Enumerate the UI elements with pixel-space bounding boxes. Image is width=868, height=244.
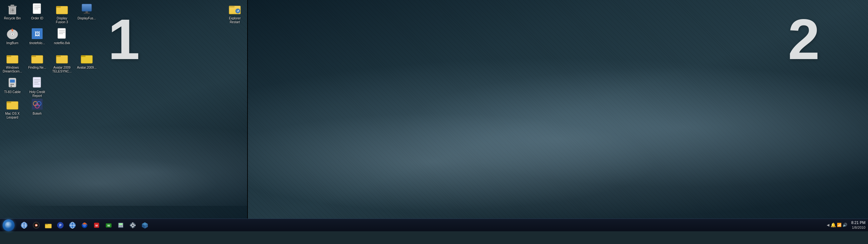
start-orb [3,219,14,231]
taskbar-icon-folder[interactable] [42,220,54,231]
system-tray: ◀ 🔔 📶 🔊 8:21 PM 1/8/2010 [824,220,868,230]
icon-avatar-2009[interactable]: Avatar.2009... [74,49,99,75]
recycle-bin-icon: ♻ [6,3,19,15]
svg-text:P: P [59,224,62,227]
taskbar-icon-firefox[interactable] [79,220,90,231]
taskbar-icon-media[interactable] [31,220,42,231]
icon-finding-ne[interactable]: Finding.Ne... [25,49,50,75]
icon-label-windows-dreamscene: WindowsDreamScen... [3,66,22,73]
icon-label-ti83-cable: TI-83 Cable [4,90,21,94]
icon-label-imgburn: ImgBurn [6,41,19,45]
svg-rect-36 [56,55,61,57]
svg-text:🖼: 🖼 [35,31,40,37]
svg-rect-64 [45,224,48,225]
icon-row-5: Mac OS XLeopard Bokeh [0,95,50,121]
clock-date: 1/8/2010 [851,225,865,230]
svg-rect-40 [10,80,14,83]
icon-row-1: ♻ Recycle Bin Order ID [0,0,99,25]
start-orb-inner [5,222,12,229]
tray-icon-volume[interactable]: 🔊 [843,223,847,227]
icon-label-tinotefolo: tinotefolo... [30,41,45,45]
taskbar-icon-cube[interactable] [139,220,151,231]
icon-label-mac-os-x-leopard: Mac OS XLeopard [5,112,20,119]
svg-rect-20 [86,11,88,13]
monitor-divider [247,0,248,231]
clock[interactable]: 8:21 PM 1/8/2010 [851,220,865,230]
display-fusion-3-icon [56,3,68,15]
icon-bokeh[interactable]: Bokeh [25,95,50,121]
icon-row-3: WindowsDreamScen... Finding.Ne... [0,49,99,75]
taskbar-icon-app1[interactable]: P [55,220,66,231]
taskbar-icon-settings[interactable] [127,220,138,231]
svg-rect-6 [8,6,17,7]
icon-display-fusion-3[interactable]: DisplayFusion 3 [50,0,74,25]
icon-label-explorer-restart: ExplorerRestart [229,17,241,24]
start-button[interactable] [0,219,17,232]
icon-mac-os-x-leopard[interactable]: Mac OS XLeopard [0,95,25,121]
mac-os-x-leopard-icon [6,98,19,111]
svg-text:♻: ♻ [11,9,14,12]
icon-label-avatar-2009-telesync: Avatar 2009TELESYNC... [52,66,71,73]
icon-label-display-fusion-3: DisplayFusion 3 [56,17,68,24]
icon-windows-dreamscene[interactable]: WindowsDreamScen... [0,49,25,75]
icon-label-display-fus: DisplayFus... [78,17,96,20]
icon-label-recycle-bin: Recycle Bin [4,17,21,20]
svg-rect-34 [31,55,36,57]
svg-rect-27 [58,28,66,38]
bokeh-icon [31,98,43,111]
tray-icon-notification[interactable]: 🔔 [831,222,836,227]
windows-dreamscene-icon [6,52,19,64]
clock-time: 8:21 PM [851,220,865,225]
taskbar-icon-app2[interactable]: M [91,220,102,231]
icon-noteflio[interactable]: noteflio.8xk [50,25,74,47]
svg-rect-38 [81,55,86,57]
avatar-2009-telesync-icon [56,52,68,64]
monitor-label-2: 2 [788,6,820,72]
svg-text:↺: ↺ [237,9,239,13]
icon-avatar-2009-telesync[interactable]: Avatar 2009TELESYNC... [50,49,74,75]
svg-rect-42 [12,84,14,85]
tray-icon-wifi[interactable]: 📶 [837,223,842,227]
taskbar-icon-calc[interactable] [115,220,126,231]
icon-imgburn[interactable]: ImgBurn [0,25,25,47]
taskbar-icon-ie2[interactable] [67,220,78,231]
svg-rect-17 [56,6,61,8]
icon-label-finding-ne: Finding.Ne... [28,66,46,69]
explorer-restart-icon: ↺ [228,3,241,15]
svg-rect-19 [82,4,92,11]
icon-row-2: ImgBurn 🖼 tinotefolo... [0,25,74,47]
desktop: 1 ↺ ExplorerRestart [0,0,868,231]
order-id-icon [31,3,43,15]
taskbar-icon-ie[interactable] [19,220,30,231]
tray-expand-arrow[interactable]: ◀ [827,223,829,227]
icon-display-fus[interactable]: DisplayFus... [74,0,99,25]
holy-credit-report-icon [31,76,43,89]
svg-rect-78 [119,225,120,226]
svg-rect-43 [10,86,12,87]
finding-ne-icon [31,52,43,64]
svg-rect-7 [10,5,14,6]
tinotefolo-icon: 🖼 [31,27,43,40]
svg-rect-32 [7,55,11,57]
icon-label-noteflio: noteflio.8xk [54,41,70,45]
imgburn-icon [6,27,19,40]
svg-rect-41 [10,84,12,85]
svg-rect-50 [7,101,11,103]
svg-rect-44 [33,77,41,87]
monitor-1: 1 ↺ ExplorerRestart [0,0,248,231]
svg-rect-80 [122,225,123,226]
monitor-2: 2 [248,0,868,231]
svg-text:M: M [95,224,98,227]
icon-explorer-restart[interactable]: ↺ ExplorerRestart [222,0,247,25]
icon-tinotefolo[interactable]: 🖼 tinotefolo... [25,25,50,47]
icon-order-id[interactable]: Order ID [25,0,50,25]
taskbar: P M [0,219,868,231]
ti83-cable-icon [6,76,19,89]
wallpaper-wave-2 [248,0,868,231]
desktop-icons: ↺ ExplorerRestart [0,0,248,231]
svg-rect-12 [33,3,41,14]
taskbar-icon-app3[interactable]: W [103,220,114,231]
svg-rect-77 [119,223,123,225]
svg-point-24 [12,34,13,35]
icon-recycle-bin[interactable]: ♻ Recycle Bin [0,0,25,25]
